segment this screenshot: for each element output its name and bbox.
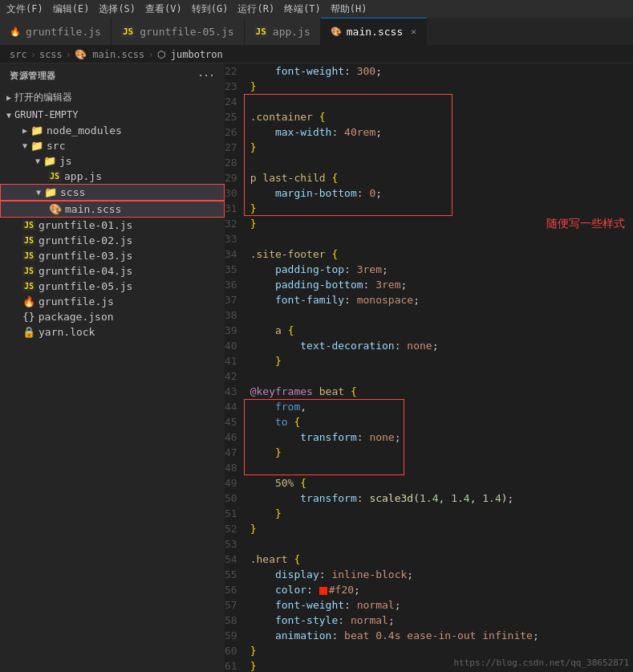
gruntfile04-label: gruntfile-04.js [39, 265, 132, 277]
gruntfile04-file[interactable]: JS gruntfile-04.js [0, 263, 225, 279]
mainscss-file[interactable]: 🎨 main.scss [0, 201, 225, 218]
watermark-text: https://blog.csdn.net/qq_38652871 [453, 655, 629, 670]
code-line-28 [250, 155, 633, 170]
src-chevron-icon: ▼ [22, 141, 27, 150]
sidebar-more-icon[interactable]: ··· [198, 71, 215, 81]
gruntfile05-icon: JS [22, 281, 35, 291]
code-line-43: @keyframes beat { [250, 384, 633, 399]
appjs-file[interactable]: JS app.js [0, 169, 225, 184]
breadcrumb-jumbotron[interactable]: ⬡ jumbotron [157, 49, 223, 60]
folder-chevron-icon: ▶ [22, 126, 27, 135]
menu-select[interactable]: 选择(S) [99, 2, 136, 16]
code-line-27: } [250, 140, 633, 155]
project-section[interactable]: ▼ GRUNT-EMPTY [0, 107, 225, 123]
ln26: 26 [225, 124, 244, 140]
scss-label: scss [60, 186, 85, 198]
code-line-36: padding-bottom: 3rem; [250, 277, 633, 292]
menu-run[interactable]: 运行(R) [237, 2, 274, 16]
gruntfile01-label: gruntfile-01.js [39, 219, 132, 231]
breadcrumb-src[interactable]: src [10, 49, 27, 60]
js-label: js [59, 155, 72, 167]
ln41: 41 [225, 353, 244, 369]
ln61: 61 [225, 658, 244, 672]
chevron-icon: ▶ [6, 93, 11, 102]
ln55: 55 [225, 567, 244, 582]
close-tab-button[interactable]: ✕ [411, 26, 416, 37]
src-folder[interactable]: ▼ 📁 src [0, 138, 225, 153]
node-modules-folder[interactable]: ▶ 📁 node_modules [0, 123, 225, 138]
js-icon-app: JS [254, 26, 268, 38]
scss-chevron-icon: ▼ [36, 188, 41, 197]
gruntfile01-file[interactable]: JS gruntfile-01.js [0, 218, 225, 233]
ln29: 29 [225, 170, 244, 185]
ln44: 44 [225, 399, 244, 414]
code-line-58: font-style: normal; [250, 613, 633, 628]
ln23: 23 [225, 79, 244, 94]
menu-goto[interactable]: 转到(G) [192, 2, 229, 16]
tab-gruntfile05-label: gruntfile-05.js [140, 26, 233, 38]
ln25: 25 [225, 109, 244, 124]
code-line-26: max-width: 40rem; [250, 124, 633, 140]
breadcrumb-mainscss[interactable]: 🎨 main.scss [75, 49, 144, 60]
code-line-44: from, [250, 399, 633, 414]
menu-terminal[interactable]: 终端(T) [284, 2, 321, 16]
ln45: 45 [225, 414, 244, 430]
open-editors-label: 打开的编辑器 [14, 91, 72, 104]
breadcrumb: src › scss › 🎨 main.scss › ⬡ jumbotron [0, 46, 633, 63]
src-folder-icon: 📁 [30, 140, 43, 152]
code-line-54: .heart { [250, 552, 633, 567]
gruntfile-icon: 🔥 [22, 295, 35, 307]
code-line-52: } [250, 521, 633, 536]
gruntfile02-file[interactable]: JS gruntfile-02.js [0, 233, 225, 248]
gruntfile05-label: gruntfile-05.js [39, 280, 132, 292]
code-line-50: transform: scale3d(1.4, 1.4, 1.4); [250, 491, 633, 506]
open-editors-section[interactable]: ▶ 打开的编辑器 [0, 88, 225, 107]
scss-folder[interactable]: ▼ 📁 scss [0, 184, 225, 201]
line-numbers: 22 23 24 25 26 27 28 29 30 31 32 33 34 3… [225, 63, 244, 672]
menu-bar: 文件(F) 编辑(E) 选择(S) 查看(V) 转到(G) 运行(R) 终端(T… [0, 0, 633, 18]
yarnlock-file[interactable]: 🔒 yarn.lock [0, 324, 225, 340]
ln27: 27 [225, 140, 244, 155]
js-folder-icon: 📁 [43, 155, 56, 167]
gruntfile-file[interactable]: 🔥 gruntfile.js [0, 294, 225, 309]
ln24: 24 [225, 94, 244, 109]
js-folder[interactable]: ▼ 📁 js [0, 153, 225, 169]
code-line-46: transform: none; [250, 430, 633, 445]
gruntfile03-file[interactable]: JS gruntfile-03.js [0, 248, 225, 263]
project-chevron-icon: ▼ [6, 111, 11, 120]
ln34: 34 [225, 246, 244, 262]
packagejson-file[interactable]: {} package.json [0, 309, 225, 324]
code-line-40: text-decoration: none; [250, 338, 633, 353]
grunt-icon: 🔥 [10, 26, 21, 37]
tab-appjs[interactable]: JS app.js [245, 18, 321, 45]
code-line-53 [250, 536, 633, 552]
gruntfile-label: gruntfile.js [39, 295, 114, 307]
packagejson-icon: {} [22, 311, 35, 323]
packagejson-label: package.json [39, 311, 114, 323]
menu-view[interactable]: 查看(V) [145, 2, 182, 16]
scss-icon: 🎨 [331, 26, 342, 37]
tab-mainscss[interactable]: 🎨 main.scss ✕ [321, 18, 427, 45]
code-line-49: 50% { [250, 475, 633, 491]
gruntfile01-icon: JS [22, 220, 35, 230]
code-line-47: } [250, 445, 633, 460]
ln59: 59 [225, 628, 244, 643]
ln52: 52 [225, 521, 244, 536]
breadcrumb-scss[interactable]: scss [39, 49, 63, 60]
tab-gruntfile[interactable]: 🔥 gruntfile.js [0, 18, 112, 45]
menu-edit[interactable]: 编辑(E) [53, 2, 90, 16]
code-editor[interactable]: 22 23 24 25 26 27 28 29 30 31 32 33 34 3… [225, 63, 633, 672]
code-line-56: color: #f20; [250, 582, 633, 597]
menu-help[interactable]: 帮助(H) [331, 2, 367, 16]
ln32: 32 [225, 216, 244, 231]
code-content: font-weight: 300; } .container { max-wid… [244, 63, 633, 672]
code-line-55: display: inline-block; [250, 567, 633, 582]
tab-gruntfile05[interactable]: JS gruntfile-05.js [112, 18, 245, 45]
ln35: 35 [225, 262, 244, 277]
ln54: 54 [225, 552, 244, 567]
ln60: 60 [225, 643, 244, 658]
menu-file[interactable]: 文件(F) [6, 2, 43, 16]
ln43: 43 [225, 384, 244, 399]
code-line-30: margin-bottom: 0; [250, 185, 633, 201]
gruntfile05-file[interactable]: JS gruntfile-05.js [0, 279, 225, 294]
